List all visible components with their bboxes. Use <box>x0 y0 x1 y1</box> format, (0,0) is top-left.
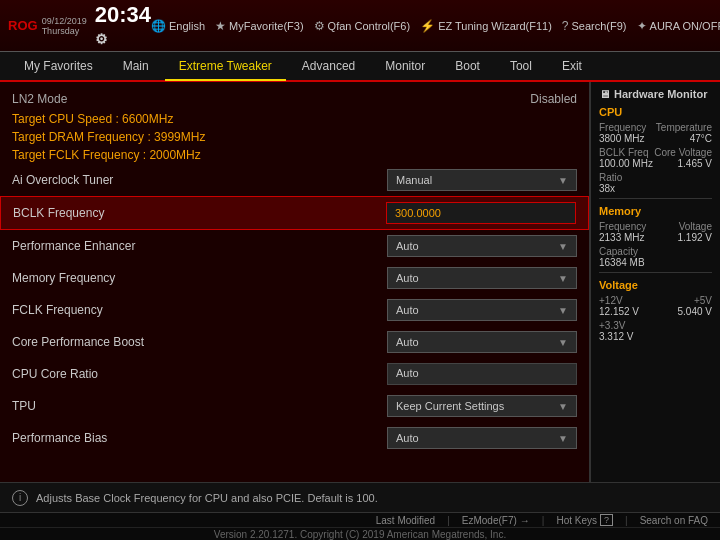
language-label: English <box>169 20 205 32</box>
aura-tool[interactable]: ✦ AURA ON/OFF(F4) <box>637 19 720 33</box>
ai-overclock-dropdown[interactable]: Manual ▼ <box>387 169 577 191</box>
core-performance-boost-row[interactable]: Core Performance Boost Auto ▼ <box>0 326 589 358</box>
cpu-core-ratio-row[interactable]: CPU Core Ratio Auto <box>0 358 589 390</box>
fclk-frequency-control: Auto ▼ <box>377 299 577 321</box>
footer-top: Last Modified | EzMode(F7) → | Hot Keys … <box>0 513 720 528</box>
info-bar: i Adjusts Base Clock Frequency for CPU a… <box>0 482 720 512</box>
tpu-label: TPU <box>12 399 377 413</box>
favorites-tool[interactable]: ★ MyFavorite(F3) <box>215 19 304 33</box>
target-fclk-line: Target FCLK Frequency : 2000MHz <box>0 146 589 164</box>
ez-tuning-label: EZ Tuning Wizard(F11) <box>438 20 552 32</box>
memory-frequency-row[interactable]: Memory Frequency Auto ▼ <box>0 262 589 294</box>
performance-enhancer-row[interactable]: Performance Enhancer Auto ▼ <box>0 230 589 262</box>
bclk-value: 100.00 MHz <box>599 158 653 169</box>
bclk-frequency-control <box>376 202 576 224</box>
nav-exit[interactable]: Exit <box>548 52 596 80</box>
nav-extreme-tweaker[interactable]: Extreme Tweaker <box>165 53 286 81</box>
hot-keys-link[interactable]: Hot Keys ? <box>556 514 613 526</box>
tpu-row[interactable]: TPU Keep Current Settings ▼ <box>0 390 589 422</box>
performance-enhancer-dropdown[interactable]: Auto ▼ <box>387 235 577 257</box>
search-icon: ? <box>562 19 569 33</box>
bclk-frequency-input[interactable] <box>386 202 576 224</box>
nav-my-favorites[interactable]: My Favorites <box>10 52 107 80</box>
performance-enhancer-control: Auto ▼ <box>377 235 577 257</box>
header-datetime: 09/12/2019 Thursday <box>42 16 87 36</box>
v33-value: 3.312 V <box>599 331 633 342</box>
search-label: Search(F9) <box>572 20 627 32</box>
nav-main[interactable]: Main <box>109 52 163 80</box>
last-modified-link[interactable]: Last Modified <box>376 515 435 526</box>
star-icon: ★ <box>215 19 226 33</box>
chevron-down-icon: ▼ <box>558 401 568 412</box>
footer-sep-2: | <box>542 515 545 526</box>
header-tools: 🌐 English ★ MyFavorite(F3) ⚙ Qfan Contro… <box>151 19 720 33</box>
chevron-down-icon: ▼ <box>558 305 568 316</box>
cpu-freq-row: Frequency 3800 MHz Temperature 47°C <box>599 122 712 144</box>
wizard-icon: ⚡ <box>420 19 435 33</box>
footer-sep-3: | <box>625 515 628 526</box>
bclk-frequency-label: BCLK Frequency <box>13 206 376 220</box>
navbar: My Favorites Main Extreme Tweaker Advanc… <box>0 52 720 82</box>
fclk-frequency-dropdown[interactable]: Auto ▼ <box>387 299 577 321</box>
ln2-mode-label: LN2 Mode <box>12 92 67 106</box>
rog-logo: ROG <box>8 18 38 33</box>
settings-panel: LN2 Mode Disabled Target CPU Speed : 660… <box>0 82 590 482</box>
footer: Last Modified | EzMode(F7) → | Hot Keys … <box>0 512 720 540</box>
hw-monitor-title: 🖥 Hardware Monitor <box>599 88 712 100</box>
aura-label: AURA ON/OFF(F4) <box>650 20 720 32</box>
nav-boot[interactable]: Boot <box>441 52 494 80</box>
nav-monitor[interactable]: Monitor <box>371 52 439 80</box>
ai-overclock-row[interactable]: Ai Overclock Tuner Manual ▼ <box>0 164 589 196</box>
date-text: 09/12/2019 <box>42 16 87 26</box>
performance-bias-row[interactable]: Performance Bias Auto ▼ <box>0 422 589 454</box>
search-tool[interactable]: ? Search(F9) <box>562 19 627 33</box>
gear-icon[interactable]: ⚙ <box>95 31 108 47</box>
ratio-value: 38x <box>599 183 622 194</box>
fclk-frequency-label: FCLK Frequency <box>12 303 377 317</box>
memory-frequency-control: Auto ▼ <box>377 267 577 289</box>
ez-mode-link[interactable]: EzMode(F7) → <box>462 515 530 526</box>
ln2-mode-value: Disabled <box>530 92 577 106</box>
favorites-label: MyFavorite(F3) <box>229 20 304 32</box>
nav-advanced[interactable]: Advanced <box>288 52 369 80</box>
target-cpu-line: Target CPU Speed : 6600MHz <box>0 110 589 128</box>
memory-section-title: Memory <box>599 205 712 217</box>
v5-value: 5.040 V <box>678 306 712 317</box>
cpu-core-ratio-value: Auto <box>387 363 577 385</box>
target-dram-line: Target DRAM Frequency : 3999MHz <box>0 128 589 146</box>
memory-frequency-dropdown[interactable]: Auto ▼ <box>387 267 577 289</box>
language-tool[interactable]: 🌐 English <box>151 19 205 33</box>
chevron-down-icon: ▼ <box>558 241 568 252</box>
v12-label: +12V <box>599 295 639 306</box>
chevron-down-icon: ▼ <box>558 273 568 284</box>
nav-tool[interactable]: Tool <box>496 52 546 80</box>
performance-bias-dropdown[interactable]: Auto ▼ <box>387 427 577 449</box>
main-area: LN2 Mode Disabled Target CPU Speed : 660… <box>0 82 720 482</box>
core-performance-boost-dropdown[interactable]: Auto ▼ <box>387 331 577 353</box>
fclk-frequency-row[interactable]: FCLK Frequency Auto ▼ <box>0 294 589 326</box>
language-icon: 🌐 <box>151 19 166 33</box>
search-faq-link[interactable]: Search on FAQ <box>640 515 708 526</box>
bclk-frequency-row[interactable]: BCLK Frequency <box>0 196 589 230</box>
chevron-down-icon: ▼ <box>558 433 568 444</box>
performance-enhancer-label: Performance Enhancer <box>12 239 377 253</box>
mem-freq-row: Frequency 2133 MHz Voltage 1.192 V <box>599 221 712 243</box>
qfan-tool[interactable]: ⚙ Qfan Control(F6) <box>314 19 411 33</box>
v5-label: +5V <box>678 295 712 306</box>
voltage-section-title: Voltage <box>599 279 712 291</box>
hardware-monitor-panel: 🖥 Hardware Monitor CPU Frequency 3800 MH… <box>590 82 720 482</box>
tpu-dropdown[interactable]: Keep Current Settings ▼ <box>387 395 577 417</box>
cpu-freq-label: Frequency <box>599 122 646 133</box>
voltage-33v-row: +3.3V 3.312 V <box>599 320 712 342</box>
ez-tuning-tool[interactable]: ⚡ EZ Tuning Wizard(F11) <box>420 19 552 33</box>
cpu-core-ratio-control: Auto <box>377 363 577 385</box>
memory-frequency-label: Memory Frequency <box>12 271 377 285</box>
fan-icon: ⚙ <box>314 19 325 33</box>
core-performance-boost-control: Auto ▼ <box>377 331 577 353</box>
ai-overclock-label: Ai Overclock Tuner <box>12 173 377 187</box>
v12-value: 12.152 V <box>599 306 639 317</box>
info-icon: i <box>12 490 28 506</box>
mem-freq-value: 2133 MHz <box>599 232 646 243</box>
voltage-12v-row: +12V 12.152 V +5V 5.040 V <box>599 295 712 317</box>
v33-label: +3.3V <box>599 320 633 331</box>
